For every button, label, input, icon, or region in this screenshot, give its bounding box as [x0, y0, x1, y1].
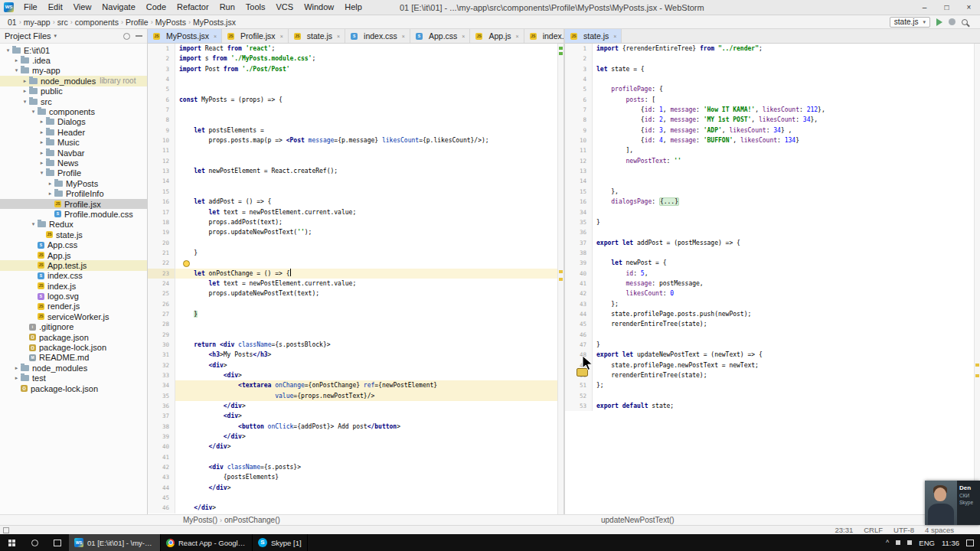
code-line[interactable]: 24 let text = newPostElement.current.val… — [148, 279, 557, 289]
line-number[interactable]: 53 — [565, 401, 593, 411]
tree-item-.idea[interactable]: ▸.idea — [0, 55, 147, 65]
close-icon[interactable]: × — [214, 34, 217, 39]
line-number[interactable]: 43 — [148, 472, 175, 482]
line-number[interactable]: 2 — [565, 54, 593, 64]
hide-panel-icon[interactable] — [136, 35, 142, 37]
line-number[interactable]: 7 — [565, 105, 593, 115]
code-line[interactable]: 40 </div> — [148, 442, 557, 452]
code-line[interactable]: 36 — [565, 227, 974, 237]
line-number[interactable]: 51 — [565, 380, 593, 390]
code-line[interactable]: 4 — [148, 74, 557, 84]
close-icon[interactable]: × — [337, 34, 340, 39]
code-line[interactable]: 38 — [565, 248, 974, 258]
code-line[interactable]: 35} — [565, 217, 974, 227]
code-line[interactable]: 30 return <div className={s.postsBlock}> — [148, 340, 557, 350]
tree-item-redux[interactable]: ▾Redux — [0, 220, 147, 230]
code-line[interactable]: 43 {postsElements} — [148, 472, 557, 482]
tray-icon[interactable] — [907, 540, 912, 545]
code-area-right[interactable]: 1import {rerenderEntireTree} from "../re… — [565, 44, 974, 514]
code-line[interactable]: 8 — [148, 115, 557, 125]
tree-item-dialogs[interactable]: ▸Dialogs — [0, 117, 147, 127]
code-line[interactable]: 20 — [148, 238, 557, 248]
code-line[interactable]: 14 — [148, 176, 557, 186]
code-line[interactable]: 6const MyPosts = (props) => { — [148, 95, 557, 105]
line-number[interactable]: 35 — [148, 391, 175, 401]
task-view-button[interactable] — [46, 534, 69, 551]
code-line[interactable]: 36 </div> — [148, 401, 557, 411]
line-number[interactable]: 3 — [148, 64, 175, 74]
tree-item-.gitignore[interactable]: i.gitignore — [0, 322, 147, 332]
tree-item-public[interactable]: ▸public — [0, 86, 147, 96]
code-line[interactable]: 45 rerenderEntireTree(state); — [565, 319, 974, 329]
code-line[interactable]: 10 props.posts.map(p => <Post message={p… — [148, 135, 557, 145]
tree-item-serviceworker.js[interactable]: JSserviceWorker.js — [0, 311, 147, 321]
breadcrumb-components[interactable]: components — [74, 18, 120, 27]
menu-refactor[interactable]: Refactor — [172, 0, 214, 15]
code-line[interactable]: 16 dialogsPage: {...} — [565, 197, 974, 207]
tree-item-node-modules[interactable]: ▸node_modules — [0, 363, 147, 373]
tree-item-src[interactable]: ▾src — [0, 96, 147, 106]
code-line[interactable]: 3let state = { — [565, 64, 974, 74]
menu-file[interactable]: File — [18, 0, 43, 15]
tree-item-app.test.js[interactable]: JSApp.test.js — [0, 260, 147, 270]
clock[interactable]: 11:36 — [942, 539, 959, 547]
code-line[interactable]: 19 props.updateNewPostText(''); — [148, 227, 557, 237]
code-line[interactable]: 23 let onPostChange = () => { — [148, 269, 557, 279]
tree-item-app.css[interactable]: SApp.css — [0, 240, 147, 249]
breadcrumb-onpostchange-[interactable]: onPostChange() — [223, 516, 282, 524]
code-line[interactable]: 7 — [148, 105, 557, 115]
taskbar-app-skype[interactable]: SSkype [1] — [253, 534, 308, 551]
code-line[interactable]: 27 } — [148, 309, 557, 319]
breadcrumb-updatenewposttext-[interactable]: updateNewPostText() — [599, 516, 676, 524]
line-number[interactable]: 20 — [148, 238, 175, 248]
line-number[interactable]: 38 — [148, 422, 175, 432]
menu-vcs[interactable]: VCS — [271, 0, 299, 15]
code-line[interactable]: 34 — [565, 207, 974, 217]
code-line[interactable]: 12 — [148, 156, 557, 166]
gear-icon[interactable] — [123, 33, 130, 40]
line-number[interactable]: 12 — [565, 156, 593, 166]
line-number[interactable]: 52 — [565, 391, 593, 401]
code-line[interactable]: 44 state.profilePage.posts.push(newPost)… — [565, 309, 974, 319]
tab-state.js[interactable]: JSstate.js× — [565, 29, 622, 43]
code-line[interactable]: 42 <div className={s.posts}> — [148, 462, 557, 472]
line-number[interactable]: 18 — [148, 217, 175, 227]
menu-run[interactable]: Run — [214, 0, 240, 15]
code-line[interactable]: 43 }; — [565, 299, 974, 309]
line-number[interactable]: 21 — [148, 248, 175, 258]
menu-help[interactable]: Help — [339, 0, 368, 15]
tab-index.js[interactable]: JSindex.js× — [524, 29, 564, 43]
code-line[interactable]: 26 — [148, 299, 557, 309]
tree-item-profile[interactable]: ▾Profile — [0, 168, 147, 178]
code-line[interactable]: 37 <div> — [148, 411, 557, 421]
code-line[interactable]: 1import {rerenderEntireTree} from "../re… — [565, 44, 974, 54]
line-number[interactable]: 39 — [148, 432, 175, 442]
action-center-icon[interactable] — [966, 540, 974, 546]
run-button[interactable] — [936, 18, 942, 26]
line-number[interactable]: 8 — [148, 115, 175, 125]
line-number[interactable]: 10 — [565, 135, 593, 145]
line-number[interactable]: 9 — [565, 126, 593, 135]
line-number[interactable]: 24 — [148, 279, 175, 289]
line-number[interactable]: 11 — [565, 145, 593, 155]
menu-tools[interactable]: Tools — [240, 0, 271, 15]
line-number[interactable]: 30 — [148, 340, 175, 350]
tray-chevron-icon[interactable]: ^ — [886, 539, 889, 546]
tree-item-index.css[interactable]: Sindex.css — [0, 271, 147, 281]
code-line[interactable]: 42 likesCount: 0 — [565, 289, 974, 298]
line-number[interactable]: 12 — [148, 156, 175, 166]
line-number[interactable]: 45 — [148, 493, 175, 503]
taskbar-app-chrome[interactable]: React App - Google C... — [161, 534, 253, 551]
tree-item-app.js[interactable]: JSApp.js — [0, 250, 147, 260]
line-number[interactable]: 44 — [565, 309, 593, 319]
code-line[interactable]: 5 profilePage: { — [565, 84, 974, 94]
code-line[interactable]: 22 — [148, 258, 557, 268]
line-number[interactable]: 31 — [148, 350, 175, 360]
code-line[interactable]: 47} — [565, 340, 974, 350]
scrollbar-left[interactable] — [557, 44, 564, 514]
breadcrumb-my-app[interactable]: my-app — [22, 18, 52, 27]
code-line[interactable]: 37export let addPost = (postMessage) => … — [565, 238, 974, 248]
line-number[interactable]: 13 — [565, 166, 593, 176]
line-number[interactable]: 36 — [565, 227, 593, 237]
tree-item-render.js[interactable]: JSrender.js — [0, 302, 147, 311]
